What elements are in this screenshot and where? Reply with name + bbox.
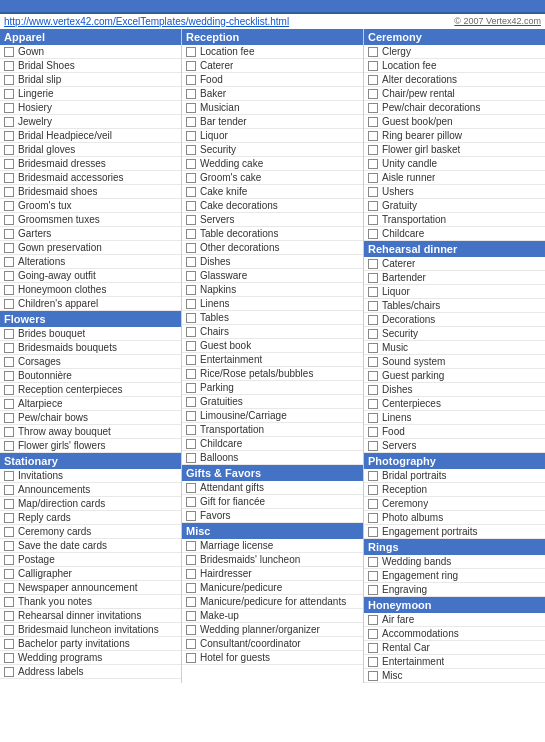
checkbox[interactable] (186, 243, 196, 253)
checkbox[interactable] (186, 425, 196, 435)
checkbox[interactable] (368, 131, 378, 141)
checkbox[interactable] (186, 653, 196, 663)
list-item[interactable]: Aisle runner (364, 171, 545, 185)
list-item[interactable]: Address labels (0, 665, 181, 679)
checkbox[interactable] (186, 383, 196, 393)
checkbox[interactable] (186, 453, 196, 463)
checkbox[interactable] (186, 299, 196, 309)
list-item[interactable]: Invitations (0, 469, 181, 483)
checkbox[interactable] (4, 555, 14, 565)
checkbox[interactable] (4, 527, 14, 537)
checkbox[interactable] (4, 625, 14, 635)
checkbox[interactable] (4, 145, 14, 155)
list-item[interactable]: Pew/chair bows (0, 411, 181, 425)
list-item[interactable]: Gown (0, 45, 181, 59)
checkbox[interactable] (368, 485, 378, 495)
list-item[interactable]: Ceremony cards (0, 525, 181, 539)
list-item[interactable]: Guest book (182, 339, 363, 353)
list-item[interactable]: Bridesmaid dresses (0, 157, 181, 171)
list-item[interactable]: Bridesmaid accessories (0, 171, 181, 185)
checkbox[interactable] (4, 257, 14, 267)
list-item[interactable]: Sound system (364, 355, 545, 369)
list-item[interactable]: Manicure/pedicure for attendants (182, 595, 363, 609)
list-item[interactable]: Transportation (364, 213, 545, 227)
checkbox[interactable] (4, 653, 14, 663)
checkbox[interactable] (4, 173, 14, 183)
checkbox[interactable] (4, 47, 14, 57)
checkbox[interactable] (368, 329, 378, 339)
list-item[interactable]: Ring bearer pillow (364, 129, 545, 143)
checkbox[interactable] (186, 145, 196, 155)
list-item[interactable]: Bar tender (182, 115, 363, 129)
checkbox[interactable] (368, 413, 378, 423)
list-item[interactable]: Thank you notes (0, 595, 181, 609)
checkbox[interactable] (4, 271, 14, 281)
checkbox[interactable] (4, 611, 14, 621)
checkbox[interactable] (4, 329, 14, 339)
checkbox[interactable] (4, 485, 14, 495)
list-item[interactable]: Newspaper announcement (0, 581, 181, 595)
checkbox[interactable] (368, 103, 378, 113)
checkbox[interactable] (368, 471, 378, 481)
list-item[interactable]: Pew/chair decorations (364, 101, 545, 115)
checkbox[interactable] (368, 585, 378, 595)
list-item[interactable]: Flower girl basket (364, 143, 545, 157)
list-item[interactable]: Jewelry (0, 115, 181, 129)
list-item[interactable]: Bridesmaid luncheon invitations (0, 623, 181, 637)
checkbox[interactable] (368, 427, 378, 437)
checkbox[interactable] (186, 215, 196, 225)
list-item[interactable]: Limousine/Carriage (182, 409, 363, 423)
checkbox[interactable] (186, 61, 196, 71)
list-item[interactable]: Wedding programs (0, 651, 181, 665)
list-item[interactable]: Misc (364, 669, 545, 683)
list-item[interactable]: Servers (182, 213, 363, 227)
list-item[interactable]: Going-away outfit (0, 269, 181, 283)
checkbox[interactable] (186, 639, 196, 649)
checkbox[interactable] (186, 75, 196, 85)
list-item[interactable]: Accommodations (364, 627, 545, 641)
checkbox[interactable] (186, 355, 196, 365)
checkbox[interactable] (186, 187, 196, 197)
checkbox[interactable] (4, 471, 14, 481)
list-item[interactable]: Entertainment (182, 353, 363, 367)
list-item[interactable]: Servers (364, 439, 545, 453)
list-item[interactable]: Linens (182, 297, 363, 311)
list-item[interactable]: Gown preservation (0, 241, 181, 255)
list-item[interactable]: Bachelor party invitations (0, 637, 181, 651)
checkbox[interactable] (368, 229, 378, 239)
list-item[interactable]: Liquor (182, 129, 363, 143)
checkbox[interactable] (4, 61, 14, 71)
list-item[interactable]: Music (364, 341, 545, 355)
checkbox[interactable] (4, 357, 14, 367)
list-item[interactable]: Lingerie (0, 87, 181, 101)
checkbox[interactable] (368, 47, 378, 57)
url-link[interactable]: http://www.vertex42.com/ExcelTemplates/w… (4, 16, 289, 27)
checkbox[interactable] (186, 103, 196, 113)
list-item[interactable]: Cake decorations (182, 199, 363, 213)
checkbox[interactable] (186, 597, 196, 607)
checkbox[interactable] (186, 555, 196, 565)
list-item[interactable]: Make-up (182, 609, 363, 623)
list-item[interactable]: Groom's tux (0, 199, 181, 213)
list-item[interactable]: Baker (182, 87, 363, 101)
checkbox[interactable] (368, 671, 378, 681)
list-item[interactable]: Postage (0, 553, 181, 567)
checkbox[interactable] (186, 313, 196, 323)
checkbox[interactable] (4, 229, 14, 239)
checkbox[interactable] (4, 385, 14, 395)
list-item[interactable]: Brides bouquet (0, 327, 181, 341)
list-item[interactable]: Boutonnière (0, 369, 181, 383)
checkbox[interactable] (368, 315, 378, 325)
list-item[interactable]: Honeymoon clothes (0, 283, 181, 297)
list-item[interactable]: Wedding bands (364, 555, 545, 569)
list-item[interactable]: Alterations (0, 255, 181, 269)
list-item[interactable]: Manicure/pedicure (182, 581, 363, 595)
checkbox[interactable] (368, 159, 378, 169)
list-item[interactable]: Linens (364, 411, 545, 425)
list-item[interactable]: Engagement portraits (364, 525, 545, 539)
checkbox[interactable] (4, 89, 14, 99)
checkbox[interactable] (4, 513, 14, 523)
checkbox[interactable] (4, 187, 14, 197)
list-item[interactable]: Childcare (364, 227, 545, 241)
checkbox[interactable] (4, 75, 14, 85)
